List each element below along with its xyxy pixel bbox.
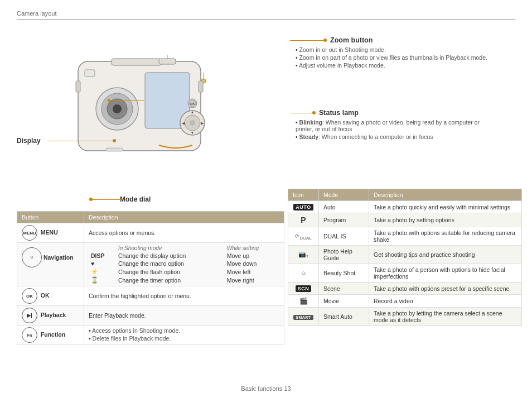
- table-row: 🎬 Movie Record a video: [288, 295, 522, 308]
- program-icon: P: [301, 216, 306, 224]
- smart-mode: Smart Auto: [319, 308, 369, 326]
- button-col-header: Button: [17, 212, 84, 223]
- table-row: ♥ Change the macro option Move down: [89, 260, 279, 267]
- table-row: P Program Take a photo by setting option…: [288, 213, 522, 227]
- page-title: Camera layout: [17, 10, 57, 17]
- movie-mode: Movie: [319, 295, 369, 308]
- while-setting-header: While setting: [225, 245, 279, 252]
- display-annotation: Display: [17, 137, 41, 145]
- function-icon: Fn: [22, 327, 37, 343]
- table-row: SCN Scene Take a photo with options pres…: [288, 283, 522, 295]
- zoom-button-section: Zoom button Zoom in or out in Shooting m…: [290, 36, 487, 70]
- dual-mode: DUAL IS: [319, 227, 369, 246]
- table-row: ⚡ Change the flash option Move left: [89, 267, 279, 276]
- function-description: Access options in Shooting mode. Delete …: [89, 327, 279, 342]
- mode-dial-annotation: Mode dial: [120, 195, 151, 203]
- nav-icon: ⊙: [22, 247, 42, 267]
- svg-point-26: [108, 99, 110, 102]
- phg-desc: Get shooting tips and practice shooting: [369, 246, 522, 264]
- button-table: Button Description MENU MENU Access opti…: [17, 211, 284, 345]
- menu-label: MENU: [41, 229, 58, 236]
- description-col-header: Description: [84, 212, 284, 223]
- mode-icon-header: Icon: [288, 189, 319, 201]
- camera-svg: ▲ ▼ ◀ ▶ OK: [72, 39, 217, 179]
- table-row: SMART Smart Auto Take a photo by letting…: [288, 308, 522, 326]
- svg-rect-22: [76, 81, 80, 92]
- table-row: MENU MENU Access options or menus.: [17, 223, 284, 243]
- table-row: ⟳DUAL DUAL IS Take a photo with options …: [288, 227, 522, 246]
- scene-mode: Scene: [319, 283, 369, 295]
- ok-label: OK: [41, 292, 50, 299]
- svg-text:OK: OK: [190, 102, 196, 106]
- phg-mode: Photo Help Guide: [319, 246, 369, 264]
- display-label: Display: [17, 137, 41, 145]
- page-title-bar: Camera layout: [17, 10, 515, 20]
- mode-table: Icon Mode Description AUTO Auto Take a p…: [288, 189, 522, 326]
- scene-desc: Take a photo with options preset for a s…: [369, 283, 522, 295]
- beauty-icon: ☺: [300, 270, 306, 276]
- table-row: ▶| Playback Enter Playback mode.: [17, 306, 284, 326]
- shooting-mode-header: In Shooting mode: [116, 245, 225, 252]
- dual-desc: Take a photo with options suitable for r…: [369, 227, 522, 246]
- table-row: Fn Function Access options in Shooting m…: [17, 326, 284, 345]
- scn-icon: SCN: [296, 285, 312, 292]
- table-row: 📷? Photo Help Guide Get shooting tips an…: [288, 246, 522, 264]
- svg-rect-1: [112, 59, 162, 65]
- zoom-bullet-1: Zoom in or out in Shooting mode.: [296, 46, 487, 53]
- playback-label: Playback: [41, 312, 66, 318]
- movie-icon: 🎬: [299, 297, 308, 305]
- svg-rect-11: [159, 59, 176, 64]
- svg-text:▼: ▼: [191, 131, 195, 135]
- table-row: ⌛ Change the timer option Move right: [89, 276, 279, 284]
- program-mode: Program: [319, 213, 369, 227]
- playback-icon: ▶|: [22, 308, 37, 323]
- function-bullet-2: Delete files in Playback mode.: [89, 335, 279, 342]
- table-row: AUTO Auto Take a photo quickly and easil…: [288, 201, 522, 213]
- auto-desc: Take a photo quickly and easily with min…: [369, 201, 522, 213]
- ok-icon: OK: [22, 288, 37, 304]
- phg-icon: 📷?: [298, 251, 308, 257]
- status-bullet-blinking: Blinking: When saving a photo or video, …: [296, 119, 485, 132]
- footer-text: Basic functions 13: [241, 385, 291, 392]
- smart-desc: Take a photo by letting the camera selec…: [369, 308, 522, 326]
- svg-point-5: [113, 104, 122, 113]
- menu-icon: MENU: [22, 225, 37, 241]
- camera-diagram: ▲ ▼ ◀ ▶ OK Display Mode dial: [17, 28, 290, 201]
- navigation-label: Navigation: [43, 254, 74, 261]
- status-lamp-description: Blinking: When saving a photo or video, …: [296, 119, 485, 140]
- zoom-bullet-3: Adjust volume in Playback mode.: [296, 62, 487, 69]
- table-row: ☺ Beauty Shot Take a photo of a person w…: [288, 264, 522, 283]
- dual-icon: ⟳DUAL: [295, 233, 311, 239]
- status-lamp-section: Status lamp Blinking: When saving a phot…: [290, 109, 485, 141]
- program-desc: Take a photo by setting options: [369, 213, 522, 227]
- status-lamp-label: Status lamp: [319, 109, 359, 117]
- menu-description: Access options or menus.: [84, 223, 284, 243]
- smart-icon: SMART: [293, 315, 313, 320]
- table-row: OK OK Confirm the highlighted option or …: [17, 286, 284, 306]
- nav-subtable: In Shooting mode While setting DISP Chan…: [89, 245, 279, 284]
- ok-description: Confirm the highlighted option or menu.: [84, 286, 284, 306]
- beauty-desc: Take a photo of a person with options to…: [369, 264, 522, 283]
- svg-rect-24: [106, 148, 123, 151]
- beauty-mode: Beauty Shot: [319, 264, 369, 283]
- function-label: Function: [41, 331, 65, 338]
- table-row: DISP Change the display option Move up: [89, 252, 279, 260]
- zoom-bullet-2: Zoom in on part of a photo or view files…: [296, 54, 487, 61]
- svg-rect-23: [199, 81, 203, 92]
- movie-desc: Record a video: [369, 295, 522, 308]
- zoom-button-description: Zoom in or out in Shooting mode. Zoom in…: [296, 46, 487, 69]
- mode-dial-label: Mode dial: [120, 195, 151, 203]
- auto-mode: Auto: [319, 201, 369, 213]
- svg-point-15: [190, 120, 195, 126]
- svg-text:▲: ▲: [191, 110, 195, 114]
- status-bullet-steady: Steady: When connecting to a computer or…: [296, 133, 485, 140]
- mode-desc-header: Description: [369, 189, 522, 201]
- function-bullet-1: Access options in Shooting mode.: [89, 327, 279, 334]
- svg-rect-6: [85, 70, 95, 76]
- playback-description: Enter Playback mode.: [84, 306, 284, 326]
- nav-icon-group: ⊙ Navigation: [22, 247, 79, 267]
- page-footer: Basic functions 13: [0, 385, 532, 392]
- mode-mode-header: Mode: [319, 189, 369, 201]
- zoom-button-label: Zoom button: [330, 36, 373, 44]
- table-row: ⊙ Navigation In Shooting mode While sett…: [17, 243, 284, 286]
